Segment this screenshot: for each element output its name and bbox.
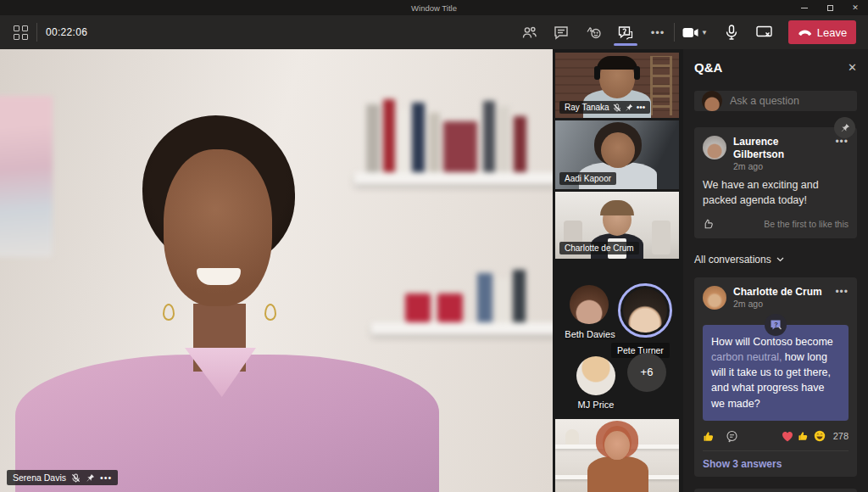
- video-tile-charlotte-de-crum[interactable]: Charlotte de Crum: [555, 192, 679, 259]
- avatar-speaking[interactable]: [618, 283, 672, 338]
- pin-icon: [840, 123, 850, 133]
- reactions-button[interactable]: [577, 18, 609, 47]
- qna-header: Q&A ✕: [694, 60, 857, 75]
- ask-question-box[interactable]: [694, 91, 857, 111]
- question-post-card-next: Kian Lambert 13m ago ••• ?: [694, 489, 857, 492]
- share-screen-icon: [756, 25, 772, 39]
- more-icon[interactable]: •••: [637, 103, 646, 112]
- pinned-badge: [834, 117, 855, 138]
- window-controls: ✕: [792, 0, 868, 15]
- video-tile-aadi-kapoor[interactable]: Aadi Kapoor: [555, 120, 679, 188]
- audio-participants: Beth Davies Pete Turner MJ Price +6: [555, 261, 679, 417]
- mic-off-icon: [71, 473, 81, 483]
- question-text-before: How will Contoso become: [711, 336, 833, 348]
- toolbar-right: ••• ▼: [513, 18, 861, 47]
- participant-name: Charlotte de Crum: [565, 243, 634, 253]
- thumbs-up-icon: [703, 430, 715, 443]
- conversations-filter[interactable]: All conversations: [694, 254, 857, 266]
- close-button[interactable]: ✕: [843, 0, 868, 15]
- avatar[interactable]: [576, 356, 615, 395]
- pinned-post-card: Laurence Gilbertson 2m ago ••• We have a…: [694, 127, 857, 238]
- overflow-participants-badge[interactable]: +6: [627, 353, 666, 392]
- meeting-stage: Serena Davis ••• Ray Tanaka: [0, 49, 868, 492]
- avatar[interactable]: [570, 285, 609, 324]
- reactions-icon: [585, 25, 603, 40]
- qna-panel: Q&A ✕ Laurence Gilbertson 2m: [683, 49, 868, 492]
- participant-name: Beth Davies: [557, 329, 623, 339]
- participant-name: MJ Price: [562, 400, 630, 410]
- chat-button[interactable]: [545, 18, 577, 47]
- avatar: [703, 286, 726, 310]
- comment-button[interactable]: [726, 430, 738, 443]
- like-button[interactable]: [703, 430, 715, 443]
- show-answers-link[interactable]: Show 3 answers: [703, 458, 849, 470]
- mic-button[interactable]: [715, 18, 748, 47]
- reaction-summary[interactable]: 278: [782, 430, 849, 442]
- minimize-icon: [801, 8, 808, 8]
- camera-icon: [682, 27, 698, 38]
- share-screen-button[interactable]: [748, 18, 780, 47]
- main-speaker-label: Serena Davis •••: [7, 470, 118, 485]
- svg-text:?: ?: [774, 321, 778, 328]
- more-icon: •••: [651, 26, 665, 39]
- more-icon[interactable]: •••: [100, 472, 112, 483]
- mic-off-icon: [613, 103, 621, 112]
- chevron-down-icon: ▼: [701, 29, 708, 36]
- camera-button[interactable]: ▼: [675, 18, 715, 47]
- video-tile-ray-tanaka[interactable]: Ray Tanaka •••: [555, 53, 679, 118]
- close-icon: ✕: [848, 61, 857, 74]
- tile-label-aadi: Aadi Kapoor: [559, 172, 616, 185]
- main-speaker-video: [0, 49, 553, 492]
- gallery-view-icon[interactable]: [14, 25, 28, 40]
- divider: [36, 23, 37, 42]
- question-text-highlight: carbon neutral,: [711, 351, 782, 363]
- participant-name: Ray Tanaka: [565, 103, 609, 112]
- maximize-button[interactable]: [817, 0, 843, 15]
- reaction-count: 278: [833, 431, 849, 441]
- divider: [703, 450, 849, 451]
- filter-label: All conversations: [694, 254, 771, 266]
- avatar: [702, 91, 722, 111]
- question-text-box: ? How will Contoso become carbon neutral…: [703, 325, 849, 421]
- chevron-down-icon: [776, 257, 784, 262]
- window-title: Window Title: [0, 3, 868, 13]
- meeting-window: Window Title ✕ 00:22:06: [0, 0, 868, 492]
- minimize-button[interactable]: [792, 0, 817, 15]
- tile-label-ray: Ray Tanaka •••: [559, 101, 650, 114]
- ask-question-input[interactable]: [730, 95, 866, 107]
- thumbs-up-icon: [798, 430, 810, 442]
- close-panel-button[interactable]: ✕: [848, 61, 857, 74]
- qna-button[interactable]: [609, 18, 642, 47]
- mic-icon: [726, 25, 737, 40]
- leave-button[interactable]: Leave: [788, 20, 856, 44]
- question-post-card: Charlotte de Crum 2m ago ••• ? How will …: [694, 277, 857, 477]
- speaker-name: Serena Davis: [13, 472, 66, 483]
- heart-icon: [782, 431, 793, 442]
- avatar: [703, 136, 726, 159]
- post-more-button[interactable]: •••: [835, 136, 849, 171]
- post-text: We have an exciting and packed agenda to…: [703, 178, 849, 208]
- hangup-icon: [798, 29, 812, 36]
- like-hint-text: Be the first to like this: [764, 219, 849, 229]
- post-time: 2m ago: [733, 299, 822, 309]
- participants-icon: [521, 25, 537, 40]
- title-bar: Window Title ✕: [0, 0, 868, 15]
- overflow-count: +6: [641, 366, 654, 378]
- toolbar-left: 00:22:06: [7, 23, 87, 42]
- main-video-tile[interactable]: Serena Davis •••: [0, 49, 553, 492]
- post-author: Laurence Gilbertson: [733, 136, 828, 161]
- comment-icon: [726, 430, 738, 443]
- more-options-button[interactable]: •••: [642, 18, 674, 47]
- video-tile-bottom[interactable]: [555, 419, 679, 492]
- close-icon: ✕: [852, 3, 859, 12]
- thumbs-up-outline-icon: [703, 218, 715, 230]
- participant-filmstrip: Ray Tanaka ••• Aadi Kapoor: [555, 49, 679, 492]
- meeting-toolbar: 00:22:06: [0, 15, 868, 49]
- maximize-icon: [827, 5, 833, 11]
- meeting-timer: 00:22:06: [46, 26, 87, 38]
- like-button[interactable]: [703, 218, 715, 230]
- post-more-button[interactable]: •••: [835, 286, 849, 310]
- pin-icon: [625, 103, 633, 112]
- participants-button[interactable]: [513, 18, 545, 47]
- chat-icon: [554, 25, 569, 40]
